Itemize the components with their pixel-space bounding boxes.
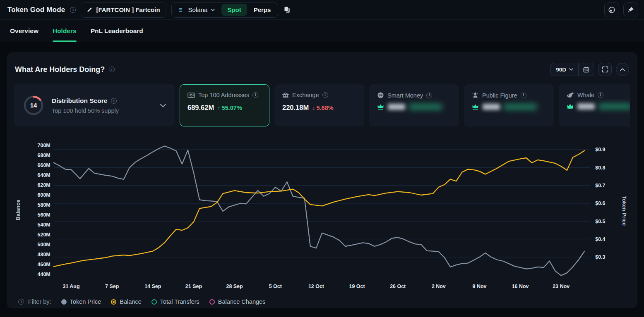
svg-text:520M: 520M bbox=[38, 232, 50, 238]
svg-text:$0.6: $0.6 bbox=[595, 200, 605, 206]
info-icon[interactable] bbox=[70, 7, 76, 13]
filter-option-label: Balance Changes bbox=[218, 298, 265, 305]
info-icon[interactable] bbox=[598, 92, 603, 98]
watch-button[interactable] bbox=[604, 2, 619, 17]
distribution-score-subtitle: Top 100 hold 50% supply bbox=[52, 107, 119, 114]
public-figure-card[interactable]: Public Figure bbox=[464, 84, 554, 126]
chain-name: Solana bbox=[188, 6, 208, 13]
panel-title: What Are Holders Doing? bbox=[15, 65, 105, 74]
arrow-down-icon: ↓ bbox=[312, 105, 315, 111]
svg-text:16 Nov: 16 Nov bbox=[512, 284, 529, 289]
chevron-up-icon bbox=[620, 68, 625, 71]
exchange-card[interactable]: Exchange 220.18M ↓ 5.68% bbox=[274, 84, 364, 126]
copy-icon[interactable] bbox=[284, 6, 290, 13]
crown-icon bbox=[567, 103, 574, 110]
card-title: Top 100 Addresses bbox=[198, 92, 249, 98]
card-value: 220.18M bbox=[282, 104, 309, 112]
chart-filter-bar: Filter by: Token Price Balance Total Tra… bbox=[14, 292, 630, 312]
card-change: 55.07% bbox=[221, 105, 242, 111]
info-icon[interactable] bbox=[252, 92, 258, 98]
card-title: Public Figure bbox=[482, 92, 517, 99]
info-icon[interactable] bbox=[322, 92, 328, 98]
whale-icon bbox=[567, 92, 574, 98]
card-title: Whale bbox=[577, 92, 594, 98]
blurred-value bbox=[388, 104, 405, 110]
filter-option-label: Balance bbox=[120, 298, 141, 305]
svg-text:14 Sep: 14 Sep bbox=[144, 284, 161, 289]
svg-text:21 Sep: 21 Sep bbox=[185, 284, 202, 289]
fullscreen-button[interactable] bbox=[598, 63, 612, 76]
range-dropdown[interactable]: 90D bbox=[551, 67, 578, 73]
smart-money-card[interactable]: Smart Money bbox=[369, 84, 459, 126]
top100-addresses-card[interactable]: Top 100 Addresses 689.62M ↑ 55.07% bbox=[180, 84, 269, 126]
header-actions bbox=[604, 2, 638, 17]
pencil-icon bbox=[87, 7, 92, 12]
svg-text:7 Sep: 7 Sep bbox=[105, 284, 119, 289]
app-header: Token God Mode [FARTCOIN ] Fartcoin Sola… bbox=[0, 0, 644, 20]
svg-text:580M: 580M bbox=[38, 202, 50, 208]
chain-selector[interactable]: Solana bbox=[172, 6, 220, 14]
info-icon[interactable] bbox=[426, 93, 432, 98]
blurred-value bbox=[577, 103, 595, 110]
panel-header: What Are Holders Doing? 90D bbox=[14, 63, 630, 76]
svg-text:560M: 560M bbox=[38, 212, 50, 218]
holders-panel: What Are Holders Doing? 90D bbox=[7, 52, 637, 308]
tab-overview[interactable]: Overview bbox=[10, 20, 38, 42]
pin-button[interactable] bbox=[623, 2, 638, 17]
token-selector[interactable]: [FARTCOIN ] Fartcoin bbox=[81, 2, 166, 18]
holders-balance-price-chart: 700M680M660M640M620M600M580M560M540M520M… bbox=[14, 137, 630, 291]
svg-text:23 Nov: 23 Nov bbox=[553, 284, 570, 289]
svg-text:640M: 640M bbox=[38, 172, 50, 178]
distribution-score-card[interactable]: 14 Distribution Score Top 100 hold 50% s… bbox=[14, 84, 175, 126]
filter-option-token-price[interactable]: Token Price bbox=[61, 298, 101, 305]
chevron-down-icon bbox=[569, 68, 573, 71]
svg-text:12 Oct: 12 Oct bbox=[308, 284, 324, 289]
filter-option-balance[interactable]: Balance bbox=[111, 298, 141, 305]
blurred-change bbox=[409, 104, 442, 110]
fullscreen-icon bbox=[602, 66, 608, 73]
svg-text:600M: 600M bbox=[38, 192, 50, 198]
info-icon[interactable] bbox=[109, 67, 115, 72]
tab-holders[interactable]: Holders bbox=[53, 20, 77, 42]
svg-text:$0.8: $0.8 bbox=[595, 165, 605, 171]
blurred-change bbox=[504, 104, 537, 110]
app-title: Token God Mode bbox=[7, 6, 65, 14]
svg-text:700M: 700M bbox=[38, 143, 50, 148]
chevron-down-icon[interactable] bbox=[160, 104, 166, 107]
info-icon[interactable] bbox=[521, 93, 526, 98]
svg-text:440M: 440M bbox=[38, 272, 50, 277]
svg-text:$0.5: $0.5 bbox=[595, 219, 605, 224]
collapse-button[interactable] bbox=[616, 63, 629, 76]
whale-card[interactable]: Whale bbox=[559, 84, 630, 126]
card-change: 5.68% bbox=[316, 105, 333, 111]
calendar-icon bbox=[583, 67, 589, 73]
svg-text:540M: 540M bbox=[38, 222, 50, 228]
crown-icon bbox=[377, 104, 384, 110]
calendar-button[interactable] bbox=[579, 67, 594, 73]
svg-text:26 Oct: 26 Oct bbox=[390, 284, 406, 289]
market-type-switch: Spot Perps bbox=[220, 2, 278, 17]
tab-spot[interactable]: Spot bbox=[221, 4, 247, 16]
card-value: 689.62M bbox=[187, 104, 214, 112]
blurred-change bbox=[598, 103, 630, 110]
info-icon[interactable] bbox=[111, 98, 117, 104]
holder-metric-cards: 14 Distribution Score Top 100 hold 50% s… bbox=[14, 84, 630, 126]
chevron-down-icon bbox=[211, 9, 215, 11]
tab-perps[interactable]: Perps bbox=[248, 4, 277, 16]
svg-text:28 Sep: 28 Sep bbox=[226, 284, 243, 289]
solana-icon bbox=[177, 6, 185, 14]
filter-option-balance-changes[interactable]: Balance Changes bbox=[209, 298, 265, 305]
svg-text:19 Oct: 19 Oct bbox=[349, 284, 365, 289]
filter-option-total-transfers[interactable]: Total Transfers bbox=[151, 298, 199, 305]
redacted-value bbox=[472, 104, 546, 110]
redacted-value bbox=[377, 104, 451, 110]
svg-text:$0.4: $0.4 bbox=[595, 236, 605, 242]
distribution-gauge: 14 bbox=[23, 95, 44, 116]
tab-pnl-leaderboard[interactable]: PnL Leaderboard bbox=[91, 20, 143, 42]
svg-text:2 Nov: 2 Nov bbox=[432, 284, 446, 289]
smart-money-icon bbox=[377, 92, 384, 99]
svg-text:$0.9: $0.9 bbox=[595, 147, 605, 153]
distribution-score-value: 14 bbox=[30, 102, 37, 109]
info-icon[interactable] bbox=[18, 299, 24, 305]
blurred-value bbox=[483, 104, 500, 110]
